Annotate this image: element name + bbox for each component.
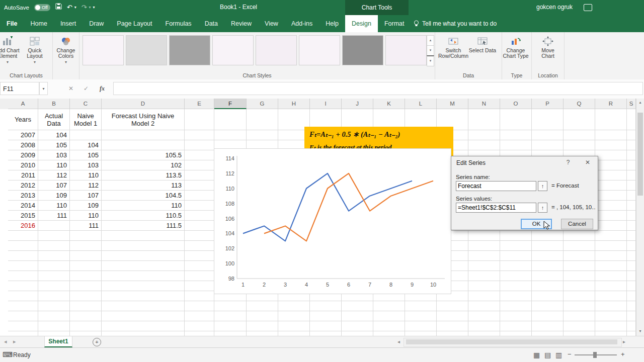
view-page-layout-icon[interactable]: ▤: [544, 351, 551, 359]
cell-S21[interactable]: [627, 321, 636, 331]
cell-Q22[interactable]: [564, 331, 595, 336]
embedded-chart[interactable]: 9810010210410610811011211412345678910: [214, 148, 451, 294]
cell-C8[interactable]: 107: [70, 191, 102, 201]
cell-L21[interactable]: [405, 321, 437, 331]
cell-R22[interactable]: [595, 331, 627, 336]
cell-N20[interactable]: [468, 311, 500, 321]
cell-B10[interactable]: 111: [38, 211, 70, 221]
cell-C18[interactable]: [70, 291, 102, 301]
cell-S8[interactable]: [627, 191, 636, 201]
cell-S20[interactable]: [627, 311, 636, 321]
cell-D7[interactable]: 113: [102, 180, 185, 191]
cell-D2[interactable]: [102, 130, 185, 140]
cell-D16[interactable]: [102, 271, 185, 281]
cell-D9[interactable]: 110: [102, 201, 185, 211]
cell-R19[interactable]: [595, 301, 627, 311]
cell-F22[interactable]: [214, 331, 247, 336]
cell-B18[interactable]: [38, 291, 70, 301]
cell-E2[interactable]: [185, 130, 214, 140]
cell-F21[interactable]: [214, 321, 247, 331]
cell-S11[interactable]: [627, 221, 636, 231]
cell-N19[interactable]: [468, 301, 500, 311]
cell-C20[interactable]: [70, 311, 102, 321]
tab-formulas[interactable]: Formulas: [159, 15, 198, 32]
series-actual-data[interactable]: [243, 173, 412, 241]
cell-B21[interactable]: [38, 321, 70, 331]
cell-P3[interactable]: [532, 140, 564, 150]
cell-B12[interactable]: [38, 231, 70, 241]
cell-N15[interactable]: [468, 261, 500, 271]
cell-D12[interactable]: [102, 231, 185, 241]
tab-review[interactable]: Review: [224, 15, 258, 32]
cell-N22[interactable]: [468, 331, 500, 336]
column-header-D[interactable]: D: [102, 99, 185, 109]
cell-A18[interactable]: [8, 291, 38, 301]
cell-M20[interactable]: [437, 311, 468, 321]
cell-D21[interactable]: [102, 321, 185, 331]
cell-R17[interactable]: [595, 281, 627, 291]
cell-F20[interactable]: [214, 311, 247, 321]
tab-format[interactable]: Format: [378, 15, 411, 32]
column-header-S[interactable]: S: [627, 99, 636, 109]
cell-A15[interactable]: [8, 261, 38, 271]
cell-S1[interactable]: [627, 109, 636, 130]
sheet-nav-right-icon[interactable]: ▸: [13, 338, 16, 345]
cell-G22[interactable]: [247, 331, 278, 336]
cell-Q17[interactable]: [564, 281, 595, 291]
cell-A19[interactable]: [8, 301, 38, 311]
cell-E3[interactable]: [185, 140, 214, 150]
cell-S3[interactable]: [627, 140, 636, 150]
tab-help[interactable]: Help: [319, 15, 345, 32]
cell-H20[interactable]: [278, 311, 310, 321]
cell-B13[interactable]: [38, 241, 70, 251]
cell-I20[interactable]: [310, 311, 342, 321]
gallery-more-icon[interactable]: ▾: [427, 55, 434, 66]
cell-Q2[interactable]: [564, 130, 595, 140]
cell-B9[interactable]: 110: [38, 201, 70, 211]
cell-S17[interactable]: [627, 281, 636, 291]
cell-S15[interactable]: [627, 261, 636, 271]
cell-S2[interactable]: [627, 130, 636, 140]
cell-R20[interactable]: [595, 311, 627, 321]
cell-P22[interactable]: [532, 331, 564, 336]
switch-row-column-button[interactable]: Switch Row/Column: [438, 32, 468, 69]
cell-A17[interactable]: [8, 281, 38, 291]
column-header-L[interactable]: L: [405, 99, 437, 109]
cell-E12[interactable]: [185, 231, 214, 241]
cancel-entry-icon[interactable]: ✕: [64, 82, 77, 95]
cell-C9[interactable]: 109: [70, 201, 102, 211]
cell-O1[interactable]: [500, 109, 532, 130]
cell-A2[interactable]: 2007: [8, 130, 38, 140]
tab-file[interactable]: File: [0, 15, 24, 32]
cell-L22[interactable]: [405, 331, 437, 336]
cell-K22[interactable]: [373, 331, 405, 336]
cell-C15[interactable]: [70, 261, 102, 271]
insert-function-icon[interactable]: fx: [96, 82, 109, 95]
cell-D8[interactable]: 104.5: [102, 191, 185, 201]
view-normal-icon[interactable]: ▦: [533, 351, 540, 359]
cell-D1[interactable]: Forecast Using Naive Model 2: [102, 109, 185, 130]
gallery-up-icon[interactable]: ▴: [427, 35, 434, 46]
cell-P16[interactable]: [532, 271, 564, 281]
zoom-in-icon[interactable]: +: [621, 350, 625, 358]
cell-R5[interactable]: [595, 160, 627, 170]
tab-data[interactable]: Data: [198, 15, 224, 32]
gallery-down-icon[interactable]: ▾: [427, 45, 434, 56]
series-name-input[interactable]: [456, 181, 536, 191]
cell-E4[interactable]: [185, 150, 214, 160]
cell-Q3[interactable]: [564, 140, 595, 150]
cell-G1[interactable]: [247, 109, 278, 130]
cell-E5[interactable]: [185, 160, 214, 170]
cell-Q21[interactable]: [564, 321, 595, 331]
cell-E19[interactable]: [185, 301, 214, 311]
cell-H19[interactable]: [278, 301, 310, 311]
cell-D10[interactable]: 110.5: [102, 211, 185, 221]
name-box[interactable]: F11: [0, 82, 39, 95]
cell-C10[interactable]: 110: [70, 211, 102, 221]
cell-K21[interactable]: [373, 321, 405, 331]
cell-P14[interactable]: [532, 251, 564, 261]
cell-D14[interactable]: [102, 251, 185, 261]
cell-Q15[interactable]: [564, 261, 595, 271]
add-sheet-icon[interactable]: +: [93, 338, 101, 346]
column-header-E[interactable]: E: [185, 99, 214, 109]
